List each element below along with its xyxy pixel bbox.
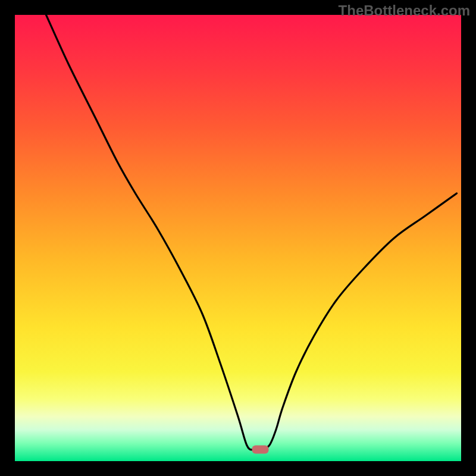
optimal-marker: [252, 446, 269, 454]
bottleneck-chart: [15, 15, 461, 461]
watermark-text: TheBottleneck.com: [339, 2, 470, 19]
chart-container: [15, 15, 461, 461]
